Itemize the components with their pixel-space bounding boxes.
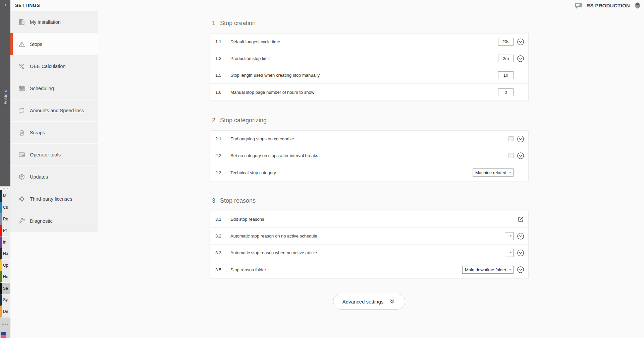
setting-row-2-3: 2.3Technical stop categoryMachine relate… <box>210 164 528 181</box>
setting-number: 1.5 <box>215 73 230 78</box>
sidebar-item-scraps[interactable]: Scraps <box>10 122 98 143</box>
advanced-settings-button[interactable]: Advanced settings <box>333 294 406 310</box>
topbar-right: RS PRODUCTION <box>575 2 641 9</box>
setting-control <box>498 38 514 46</box>
logo-top-block <box>1 332 6 335</box>
settings-sidebar: My installationStopsOEE CalculationSched… <box>10 11 98 232</box>
setting-label: Manual stop page number of hours to show <box>230 90 498 95</box>
sidebar-item-third-party-licenses[interactable]: Third-party licenses <box>10 188 98 210</box>
sidebar-item-amounts-and-speed-loss[interactable]: Amounts and Speed loss <box>10 99 98 121</box>
setting-row-1-1: 1.1Default longest cycle time <box>210 33 528 50</box>
expand-row-chevron-icon[interactable] <box>517 55 524 62</box>
folder-nav-item-label: De <box>3 309 8 314</box>
folder-nav-item-label: Op <box>3 263 8 268</box>
folder-nav-item-se[interactable]: Se <box>0 283 10 294</box>
setting-row-1-3: 1.3Production stop limit <box>210 50 528 67</box>
setting-control: ▾ <box>505 232 514 240</box>
folder-nav-item-ha[interactable]: Ha <box>0 248 10 260</box>
wrench-icon <box>18 217 26 225</box>
sidebar-item-oee-calculation[interactable]: OEE Calculation <box>10 55 98 77</box>
expand-row-chevron-icon[interactable] <box>517 232 524 240</box>
value-input[interactable] <box>498 88 514 96</box>
checkbox[interactable] <box>508 136 514 141</box>
folder-nav-item-pr[interactable]: Pr <box>0 225 10 237</box>
folder-nav-item-label: Sy <box>3 297 8 302</box>
logo-bottom-block <box>1 335 6 338</box>
section-title-stop-categorizing: 2Stop categorizing <box>210 116 529 125</box>
folder-nav-item-in[interactable]: In <box>0 236 10 248</box>
package-icon <box>18 173 26 181</box>
folder-nav-item-op[interactable]: Op <box>0 260 10 271</box>
expand-slot-empty <box>517 169 524 176</box>
setting-row-1-6: 1.6Manual stop page number of hours to s… <box>210 84 528 100</box>
setting-label: Technical stop category <box>230 170 473 175</box>
folder-nav-item-label: Ha <box>3 251 8 256</box>
sidebar-item-label: My installation <box>30 19 61 25</box>
cube-icon[interactable] <box>634 2 641 9</box>
folder-nav-item-m[interactable]: M <box>0 190 10 202</box>
select-dropdown[interactable]: ▾ <box>505 249 514 257</box>
select-value: Machine related <box>475 170 506 175</box>
select-dropdown[interactable]: Machine related▾ <box>473 168 514 177</box>
setting-row-3-1: 3.1Edit stop reasons <box>210 211 528 228</box>
folder-nav-item-cu[interactable]: Cu <box>0 202 10 214</box>
more-options-button[interactable] <box>0 318 10 331</box>
setting-label: Automatic stop reason when no active art… <box>230 250 505 255</box>
setting-row-2-1: 2.1End ongoing stops on categorize <box>210 131 528 147</box>
setting-number: 2.3 <box>215 170 230 175</box>
caret-down-icon: ▾ <box>509 171 511 174</box>
folder-nav-item-label: He <box>3 274 8 279</box>
warning-icon <box>18 40 26 48</box>
folder-nav-item-re[interactable]: Re <box>0 213 10 225</box>
checkbox[interactable] <box>508 153 514 158</box>
value-input[interactable] <box>498 38 514 46</box>
folder-nav-item-label: Se <box>3 286 8 291</box>
select-dropdown[interactable]: Main downtime folder▾ <box>462 266 514 274</box>
expand-row-chevron-icon[interactable] <box>517 152 524 159</box>
folder-nav-item-he[interactable]: He <box>0 271 10 283</box>
setting-number: 3.3 <box>215 250 230 255</box>
caret-down-icon: ▾ <box>510 234 512 238</box>
sidebar-item-updates[interactable]: Updates <box>10 166 98 188</box>
expand-row-chevron-icon[interactable] <box>517 266 524 273</box>
folder-nav-item-sy[interactable]: Sy <box>0 294 10 306</box>
setting-number: 1.1 <box>215 39 230 44</box>
setting-label: Stop reason folder <box>230 267 462 272</box>
section-name: Stop creation <box>220 20 256 27</box>
external-link-icon[interactable] <box>517 216 524 223</box>
folders-rail-label: Folders <box>3 90 8 104</box>
setting-number: 1.6 <box>215 90 230 95</box>
sidebar-item-my-installation[interactable]: My installation <box>10 11 98 33</box>
trash-icon <box>18 129 26 137</box>
setting-row-2-2: 2.2Set no category on stops after interv… <box>210 147 528 164</box>
folder-nav-item-de[interactable]: De <box>0 306 10 318</box>
app-logo <box>0 331 10 338</box>
expand-row-chevron-icon[interactable] <box>517 249 524 257</box>
sidebar-item-scheduling[interactable]: Scheduling <box>10 77 98 99</box>
value-input[interactable] <box>498 71 514 79</box>
setting-control <box>508 136 514 141</box>
chat-icon[interactable] <box>575 2 583 9</box>
select-value: Main downtime folder <box>465 267 506 272</box>
sidebar-item-label: Scheduling <box>30 86 54 91</box>
sidebar-item-label: Third-party licenses <box>30 196 72 202</box>
setting-label: Default longest cycle time <box>230 39 498 44</box>
sidebar-item-label: Operator tools <box>30 152 61 157</box>
setting-label: Set no category on stops after interval … <box>230 153 508 158</box>
expand-row-chevron-icon[interactable] <box>517 135 524 143</box>
value-input[interactable] <box>498 55 514 62</box>
mini-nav-drag-handle[interactable] <box>0 186 10 190</box>
sidebar-item-diagnostic[interactable]: Diagnostic <box>10 210 98 232</box>
folder-nav-item-label: Pr <box>3 228 7 233</box>
expand-row-chevron-icon[interactable] <box>517 38 524 46</box>
sidebar-item-stops[interactable]: Stops <box>10 33 98 55</box>
advanced-settings-label: Advanced settings <box>342 299 384 305</box>
expand-folders-chevron-icon[interactable]: › <box>0 1 10 8</box>
setting-label: Edit stop reasons <box>230 217 514 222</box>
section-title-stop-creation: 1Stop creation <box>210 19 529 27</box>
sidebar-item-operator-tools[interactable]: Operator tools <box>10 144 98 165</box>
folder-nav-item-label: Re <box>3 217 8 221</box>
percent-icon <box>18 62 26 70</box>
select-dropdown[interactable]: ▾ <box>505 232 514 240</box>
sidebar-item-label: Scraps <box>30 130 45 135</box>
